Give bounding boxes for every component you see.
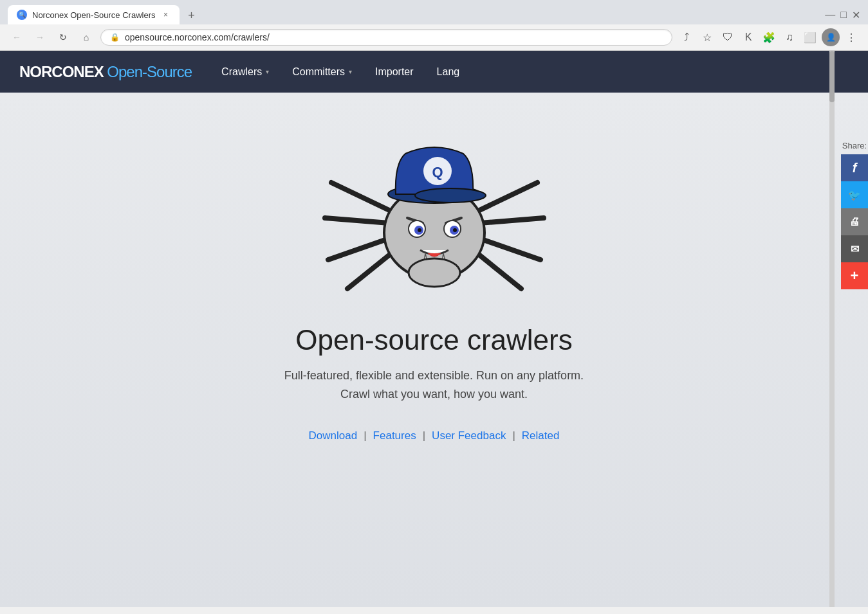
- forward-button[interactable]: →: [31, 28, 49, 46]
- twitter-icon: 🐦: [848, 189, 861, 201]
- back-button[interactable]: ←: [8, 28, 26, 46]
- extension-shield[interactable]: 🛡: [719, 28, 737, 46]
- browser-window: 🔍 Norconex Open-Source Crawlers × + — □ …: [0, 0, 868, 607]
- scrollbar-thumb[interactable]: [829, 51, 835, 102]
- features-link[interactable]: Features: [373, 429, 416, 442]
- url-text: opensource.norconex.com/crawlers/: [125, 32, 270, 42]
- logo-open-source: Open-Source: [104, 63, 192, 80]
- separator-3: |: [512, 429, 515, 442]
- svg-point-20: [453, 228, 457, 232]
- share-print-button[interactable]: 🖨: [841, 208, 868, 235]
- website-content: NORCONEX Open-Source Crawlers ▾ Committe…: [0, 51, 868, 607]
- crawlers-dropdown-icon: ▾: [266, 68, 269, 75]
- nav-importer[interactable]: Importer: [365, 61, 424, 83]
- site-nav-links: Crawlers ▾ Committers ▾ Importer Lang: [211, 61, 470, 83]
- nav-bar: ← → ↻ ⌂ 🔒 opensource.norconex.com/crawle…: [0, 24, 868, 51]
- nav-crawlers[interactable]: Crawlers ▾: [211, 61, 279, 83]
- maximize-button[interactable]: □: [840, 9, 847, 21]
- site-navbar: NORCONEX Open-Source Crawlers ▾ Committe…: [0, 51, 868, 93]
- scrollbar[interactable]: [829, 51, 835, 607]
- share-email-button[interactable]: ✉: [841, 235, 868, 262]
- share-page-button[interactable]: ⤴: [678, 28, 696, 46]
- site-logo: NORCONEX Open-Source: [19, 63, 192, 81]
- user-feedback-link[interactable]: User Feedback: [432, 429, 506, 442]
- hero-subtitle-line2: Crawl what you want, how you want.: [284, 385, 584, 404]
- menu-button[interactable]: ⋮: [842, 28, 860, 46]
- related-link[interactable]: Related: [522, 429, 560, 442]
- svg-point-10: [415, 188, 486, 203]
- avatar[interactable]: 👤: [822, 28, 840, 46]
- separator-1: |: [364, 429, 366, 442]
- address-bar[interactable]: 🔒 opensource.norconex.com/crawlers/: [100, 29, 672, 46]
- hero-links: Download | Features | User Feedback | Re…: [309, 429, 560, 442]
- lock-icon: 🔒: [110, 33, 120, 42]
- browser-actions: ⤴ ☆ 🛡 K 🧩 ♫ ⬜ 👤 ⋮: [678, 28, 860, 46]
- hero-subtitle-line1: Full-featured, flexible and extensible. …: [284, 366, 584, 385]
- hero-subtitle: Full-featured, flexible and extensible. …: [284, 366, 584, 404]
- title-bar: 🔍 Norconex Open-Source Crawlers × + — □ …: [0, 0, 868, 24]
- tab-title: Norconex Open-Source Crawlers: [32, 10, 155, 20]
- svg-point-21: [409, 258, 460, 287]
- share-twitter-button[interactable]: 🐦: [841, 181, 868, 208]
- bookmark-button[interactable]: ☆: [698, 28, 716, 46]
- logo-norconex: NORCONEX: [19, 63, 104, 80]
- nav-committers[interactable]: Committers ▾: [282, 61, 362, 83]
- tab-close-button[interactable]: ×: [160, 10, 171, 20]
- sidebar-button[interactable]: ⬜: [801, 28, 819, 46]
- nav-lang[interactable]: Lang: [427, 61, 470, 83]
- share-facebook-button[interactable]: f: [841, 154, 868, 181]
- share-sidebar: Share: f 🐦 🖨 ✉ +: [841, 141, 868, 289]
- home-button[interactable]: ⌂: [77, 28, 95, 46]
- new-tab-button[interactable]: +: [182, 6, 200, 24]
- window-controls: — □ ✕: [825, 9, 860, 21]
- separator-2: |: [423, 429, 425, 442]
- committers-dropdown-icon: ▾: [349, 68, 352, 75]
- share-more-button[interactable]: +: [841, 262, 868, 289]
- reload-button[interactable]: ↻: [54, 28, 72, 46]
- hero-title: Open-source crawlers: [295, 324, 572, 356]
- active-tab[interactable]: 🔍 Norconex Open-Source Crawlers ×: [8, 5, 180, 24]
- close-window-button[interactable]: ✕: [852, 9, 860, 21]
- tab-favicon: 🔍: [17, 10, 27, 20]
- minimize-button[interactable]: —: [825, 9, 835, 21]
- extension-puzzle[interactable]: 🧩: [760, 28, 778, 46]
- email-icon: ✉: [851, 243, 859, 255]
- spider-mascot: Q: [312, 118, 557, 311]
- more-icon: +: [851, 267, 859, 284]
- facebook-icon: f: [853, 161, 857, 176]
- tab-strip: 🔍 Norconex Open-Source Crawlers × +: [8, 5, 200, 24]
- share-label: Share:: [842, 141, 867, 150]
- extension-k[interactable]: K: [739, 28, 757, 46]
- extension-music[interactable]: ♫: [780, 28, 799, 46]
- svg-text:Q: Q: [432, 164, 443, 180]
- download-link[interactable]: Download: [309, 429, 358, 442]
- svg-point-19: [418, 228, 421, 232]
- hero-section: Q: [0, 93, 868, 607]
- print-icon: 🖨: [849, 216, 860, 228]
